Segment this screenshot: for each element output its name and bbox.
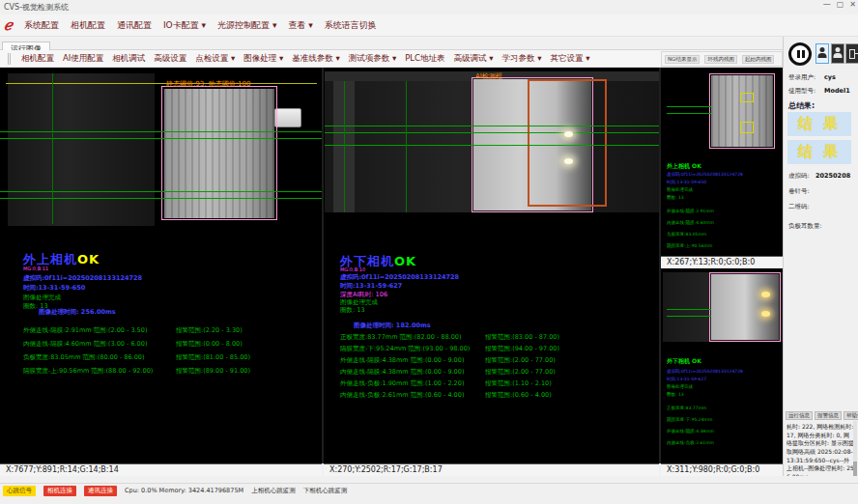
left-coords-strip: X:7677;Y:891;R:14;G:14;B:14 <box>0 463 322 476</box>
middle-time: 时间:13-31-59-627 <box>340 282 402 291</box>
app-window: CVS-视觉检测系统 — ▢ ✕ 𝑒 系统配置 相机配置 通讯配置 IO卡配置 … <box>0 0 858 504</box>
camera-connect-badge: 相机连接 <box>43 486 76 496</box>
thumb2-line: 虚拟码:0f11i=20250208133124728 <box>667 369 743 374</box>
left-green-line <box>0 131 322 132</box>
menu-comm-config[interactable]: 通讯配置 <box>117 19 152 32</box>
measure-text: 隔膜宽度-上:90.56mm 范围:(88.00 - 92.00) <box>23 367 153 375</box>
middle-coords-strip: X:270;Y:2502;R:17;G:17;B:17 <box>324 463 659 476</box>
qr-code-label: 二维码: <box>788 203 810 211</box>
thumb2-weld-glow <box>761 311 770 317</box>
user-button[interactable] <box>831 43 844 64</box>
measure-text: 外侧走线-隔膜:2.91mm 范围:(2.00 - 3.50) <box>23 326 147 334</box>
thumb1-line: 图像处理完成 <box>667 187 693 192</box>
tool-baseline-params[interactable]: 基准线参数 ▾ <box>292 53 339 65</box>
menu-view[interactable]: 查看 ▾ <box>288 19 312 32</box>
exit-button[interactable] <box>845 43 858 64</box>
thumb-header-run[interactable]: 环残内残图 <box>704 55 737 64</box>
close-button[interactable]: ✕ <box>849 0 856 14</box>
thumb1-coords-text: X:267;Y:13;R:0;G:0;B:0 <box>667 258 755 266</box>
result-display-2: 结 果 <box>787 140 851 164</box>
measure-warn: 报警范围:(89.00 - 91.00) <box>176 367 250 376</box>
tool-camera-debug[interactable]: 相机调试 <box>112 53 145 65</box>
thumb1-detection-box <box>709 73 775 149</box>
measure-text: 内侧走线-隔膜:4.60mm 范围:(3.00 - 6.00) <box>23 340 147 348</box>
middle-measure-row: 内侧走线-隔膜:4.38mm 范围:(0.00 - 9.00) 报警范围:(2.… <box>340 368 669 377</box>
left-threshold-overlay: 静态阈值:93, 动态阈值:100 <box>166 79 250 89</box>
measure-text: 内侧走线-隔膜:4.38mm 范围:(0.00 - 9.00) <box>340 368 464 376</box>
middle-mini-info: MG:0,B:10 <box>340 266 365 272</box>
middle-ai-detection-box <box>528 79 607 207</box>
login-user-value: cys <box>824 73 836 81</box>
middle-process-time: 图像处理时间: 182.00ms <box>354 322 431 330</box>
tool-test-params[interactable]: 测试项参数 ▾ <box>349 53 396 65</box>
thumb-header-ng[interactable]: NG结果显示 <box>665 55 700 64</box>
left-detection-box <box>161 86 277 220</box>
middle-measure-row: 外侧走线-负极:1.90mm 范围:(1.00 - 2.20) 报警范围:(1.… <box>340 379 669 388</box>
status-gap <box>0 476 858 483</box>
middle-coords-text: X:270;Y:2502;R:17;G:17;B:17 <box>329 465 443 474</box>
titlebar: CVS-视觉检测系统 <box>0 0 858 14</box>
login-user-label: 登录用户: <box>788 73 815 82</box>
log-scrollbar-thumb[interactable] <box>853 462 857 477</box>
model-label: 使用型号: <box>788 87 815 96</box>
tool-spot-check[interactable]: 点检设置 ▾ <box>195 53 235 65</box>
door-exit-arrow <box>854 53 858 54</box>
minimize-button[interactable]: — <box>823 0 831 14</box>
tool-plc-address[interactable]: PLC地址表 <box>405 53 444 65</box>
thumb1-yellow-box <box>740 93 754 102</box>
negative-tab-count-label: 负极耳数量: <box>788 222 822 231</box>
middle-measure-row: 隔膜宽度-下:95.24mm 范围:(93.00 - 98.00) 报警范围:(… <box>340 345 669 353</box>
thumb2-line: 内侧走线-负极:2.61mm <box>667 440 714 445</box>
tool-advanced-settings[interactable]: 高级设置 <box>154 53 186 65</box>
menu-system-config[interactable]: 系统配置 <box>24 19 59 32</box>
tool-camera-config[interactable]: 相机配置 <box>21 53 54 65</box>
tool-other-settings[interactable]: 其它设置 ▾ <box>550 53 589 65</box>
thumb1-line: 虚拟码:0f11i=20250208133124728 <box>667 172 743 177</box>
thumb2-detection-box <box>709 272 781 342</box>
image-workspace: 静态阈值:93, 动态阈值:100 外上相机OK MG:0,B:11 虚拟码:0… <box>0 68 783 463</box>
tab-strip: 运行图像 <box>0 37 783 50</box>
tool-image-processing[interactable]: 图像处理 ▾ <box>243 53 283 65</box>
thumb1-line: 外上相机 OK <box>667 162 701 171</box>
thumb2-line: 隔膜宽度-下:95.24mm <box>667 417 712 422</box>
thumb2-line: 外下相机 OK <box>667 357 701 366</box>
menu-camera-config[interactable]: 相机配置 <box>71 19 105 32</box>
measure-text: 内侧走线-负极:2.61mm 范围:(0.60 - 4.00) <box>340 391 464 399</box>
measure-warn: 报警范围:(2.00 - 77.00) <box>485 356 556 365</box>
measure-text: 负极宽度:83.05mm 范围:(80.00 - 86.00) <box>23 353 144 361</box>
measure-text: 外侧走线-负极:1.90mm 范围:(1.00 - 2.20) <box>340 379 464 387</box>
virtual-code-label: 虚拟码: <box>788 172 810 181</box>
left-measure-row: 外侧走线-隔膜:2.91mm 范围:(2.00 - 3.50) 报警范围:(2.… <box>23 326 352 335</box>
menu-io-config[interactable]: IO卡配置 ▾ <box>163 19 206 32</box>
measure-text: 外侧走线-隔膜:4.38mm 范围:(0.00 - 9.00) <box>340 356 464 364</box>
thumb1-line: 内侧走线-隔膜:4.60mm <box>667 220 714 225</box>
thumb2-coords-text: X:311;Y:980;R:0;G:0;B:0 <box>667 465 759 474</box>
left-time: 时间:13-31-59-650 <box>23 284 85 293</box>
maximize-button[interactable]: ▢ <box>837 0 844 14</box>
user-button-active[interactable] <box>815 43 829 64</box>
tool-ai-use-config[interactable]: AI使用配置 <box>63 53 103 65</box>
menu-language-switch[interactable]: 系统语言切换 <box>325 19 377 32</box>
thumb1-yellow-box <box>740 122 754 133</box>
measure-warn: 报警范围:(0.60 - 4.00) <box>485 391 552 400</box>
model-value[interactable]: Model1 <box>824 87 850 95</box>
log-tab-help[interactable]: 帮助信息 <box>844 411 858 420</box>
thumb1-line: 外侧走线-隔膜:2.91mm <box>667 209 714 213</box>
log-tab-run[interactable]: 运行信息 <box>786 411 813 420</box>
menu-light-config[interactable]: 光源控制配置 ▾ <box>217 19 276 32</box>
middle-ai-box-label: AI检测框 <box>475 71 502 81</box>
measure-text: 正极宽度:83.77mm 范围:(82.00 - 88.00) <box>340 333 461 341</box>
tool-learning-params[interactable]: 学习参数 ▾ <box>501 53 541 65</box>
pause-button[interactable] <box>788 42 812 66</box>
left-camera-name: 外上相机 <box>23 252 77 266</box>
thumb2-green-line <box>667 316 711 317</box>
window-title: CVS-视觉检测系统 <box>4 3 69 12</box>
thumbnail-header: NG结果显示 环残内残图 起始内残图 <box>661 51 783 67</box>
log-tab-alarm[interactable]: 报警信息 <box>815 411 842 420</box>
thumb-header-start[interactable]: 起始内残图 <box>742 55 775 64</box>
middle-virtual-code: 虚拟码:0f11i=20250208133124728 <box>340 273 459 282</box>
panel-separator <box>322 68 324 463</box>
tool-advanced-debug[interactable]: 高级调试 ▾ <box>454 53 494 65</box>
middle-measure-row: 正极宽度:83.77mm 范围:(82.00 - 88.00) 报警范围:(83… <box>340 333 669 342</box>
log-text: 耗时: 222, 网络检测耗时: 17, 网络分类耗时: 0, 网络提取分区耗时… <box>786 423 854 481</box>
